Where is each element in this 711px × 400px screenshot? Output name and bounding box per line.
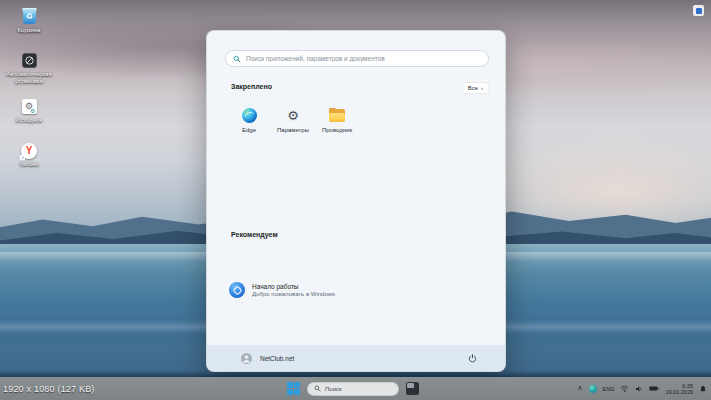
user-name[interactable]: NetClub.net xyxy=(260,355,294,362)
language-indicator[interactable]: ENG xyxy=(603,386,615,392)
recycle-bin-icon: ♻ xyxy=(21,8,38,25)
taskbar-pinned-app[interactable] xyxy=(406,382,419,395)
taskbar: Поиск ∧ ENG 6:35 1 xyxy=(0,377,711,400)
pinned-app-label: Проводник xyxy=(322,127,352,133)
recommended-item-subtitle: Добро пожаловать в Windows xyxy=(252,291,335,297)
search-icon xyxy=(314,385,321,392)
start-menu-user-bar: NetClub.net xyxy=(207,345,505,371)
chevron-right-icon: › xyxy=(481,85,483,91)
edge-icon xyxy=(241,107,257,123)
desktop-icon-label: Корзина xyxy=(18,27,41,34)
start-button[interactable] xyxy=(287,382,300,395)
settings-gear-icon: ⚙ xyxy=(285,107,301,123)
desktop-icon-recycle-bin[interactable]: ♻ Корзина xyxy=(2,8,56,34)
start-menu-panel: Закреплено Все › Edge ⚙ Параметры Провод… xyxy=(206,30,506,372)
auto-install-icon xyxy=(21,52,38,69)
system-tray: ∧ ENG 6:35 19.01.2026 xyxy=(577,377,707,400)
search-input[interactable] xyxy=(246,55,481,62)
viewer-corner-icon-glyph xyxy=(696,8,702,14)
search-icon xyxy=(233,55,241,63)
pinned-apps-grid: Edge ⚙ Параметры Проводник xyxy=(227,103,359,145)
taskbar-clock[interactable]: 6:35 19.01.2026 xyxy=(665,383,693,395)
battery-icon[interactable] xyxy=(649,385,659,392)
folder-icon xyxy=(329,107,345,123)
notifications-bell-icon[interactable] xyxy=(699,385,707,393)
all-button-label: Все xyxy=(468,85,478,91)
start-menu-search-box[interactable] xyxy=(225,50,489,67)
clock-date: 19.01.2026 xyxy=(665,389,693,395)
recommended-item-title: Начало работы xyxy=(252,283,335,290)
windows-logo-icon xyxy=(287,382,293,388)
get-started-icon xyxy=(229,282,245,298)
recommended-section-title: Рекомендуем xyxy=(231,231,278,238)
wifi-icon[interactable] xyxy=(620,385,629,393)
pinned-app-settings[interactable]: ⚙ Параметры xyxy=(271,103,315,145)
desktop-icon-label: Yandex xyxy=(19,161,39,168)
desktop-icon-source[interactable]: ⚙⚙ Исходник xyxy=(2,98,56,124)
windows-logo-icon xyxy=(287,389,293,395)
pinned-all-button[interactable]: Все › xyxy=(462,82,489,94)
person-icon xyxy=(241,353,252,364)
pinned-app-edge[interactable]: Edge xyxy=(227,103,271,145)
user-avatar[interactable] xyxy=(241,353,252,364)
yandex-browser-icon: Y↗ xyxy=(21,142,38,159)
windows-logo-icon xyxy=(294,389,300,395)
viewer-resolution-caption: 1920 x 1080 (127 KB) xyxy=(3,384,95,394)
tray-app-icon[interactable] xyxy=(589,385,597,393)
taskbar-search[interactable]: Поиск xyxy=(307,382,399,396)
desktop-icon-label: Исходник xyxy=(16,117,42,124)
pinned-app-label: Параметры xyxy=(277,127,309,133)
power-button[interactable] xyxy=(465,351,479,365)
viewer-corner-icon[interactable] xyxy=(693,5,704,16)
taskbar-search-label: Поиск xyxy=(325,386,342,392)
pinned-app-label: Edge xyxy=(242,127,256,133)
desktop-icon-label: Автоматическая установка xyxy=(3,71,55,85)
desktop-icon-yandex[interactable]: Y↗ Yandex xyxy=(2,142,56,168)
power-icon xyxy=(468,354,477,363)
pinned-section-title: Закреплено xyxy=(231,83,272,90)
windows-logo-icon xyxy=(294,382,300,388)
tray-chevron-up-icon[interactable]: ∧ xyxy=(577,384,582,392)
desktop-icon-auto-install[interactable]: Автоматическая установка xyxy=(2,52,56,85)
recommended-item-get-started[interactable]: Начало работы Добро пожаловать в Windows xyxy=(229,277,409,303)
pinned-app-explorer[interactable]: Проводник xyxy=(315,103,359,145)
gears-icon: ⚙⚙ xyxy=(21,98,38,115)
volume-icon[interactable] xyxy=(635,385,643,393)
